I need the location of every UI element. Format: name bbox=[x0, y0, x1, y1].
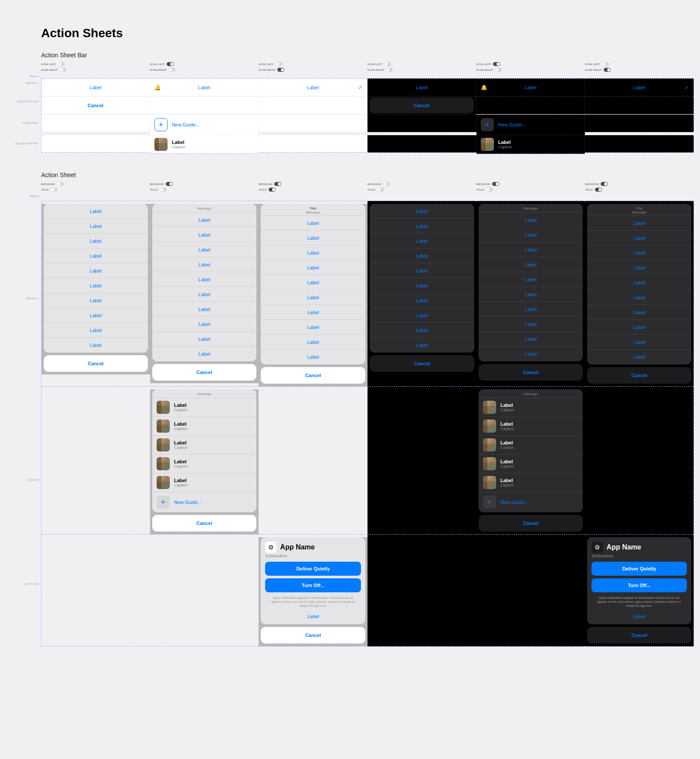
toggle-icon-left[interactable]: ICON LEFT bbox=[476, 61, 585, 67]
cancel-button[interactable]: Cancel bbox=[261, 367, 365, 384]
action-sheet-item[interactable]: Label bbox=[370, 278, 474, 293]
action-sheet-item[interactable]: Label bbox=[261, 290, 365, 305]
action-sheet-item[interactable]: Label bbox=[479, 332, 583, 346]
action-sheet-item[interactable]: Label bbox=[152, 332, 257, 346]
toggle-title[interactable]: TITLE bbox=[259, 187, 368, 192]
action-sheet-item[interactable]: Label bbox=[44, 219, 148, 234]
bar-default-4[interactable]: Label bbox=[368, 78, 476, 97]
action-sheet-item[interactable]: Label bbox=[152, 213, 257, 227]
action-sheet-item[interactable]: Label bbox=[44, 204, 148, 219]
action-sheet-item[interactable]: Label bbox=[370, 338, 474, 353]
action-sheet-item[interactable]: Label bbox=[370, 308, 474, 323]
cancel-button[interactable]: Cancel bbox=[370, 355, 474, 372]
toggle-title[interactable]: TITLE bbox=[150, 187, 259, 192]
action-sheet-item[interactable]: Label bbox=[261, 320, 365, 335]
toggle-icon-right[interactable]: ICON RIGHT bbox=[585, 67, 694, 73]
guide-item[interactable]: LabelCaption bbox=[479, 436, 583, 455]
cancel-button[interactable]: Cancel bbox=[587, 367, 691, 384]
label-link[interactable]: Label bbox=[265, 611, 361, 620]
action-sheet-item[interactable]: Label bbox=[44, 278, 148, 293]
action-sheet-item[interactable]: Label bbox=[587, 290, 691, 305]
action-sheet-item[interactable]: Label bbox=[370, 323, 474, 338]
guide-item[interactable]: LabelCaption bbox=[479, 417, 583, 436]
action-sheet-item[interactable]: Label bbox=[370, 263, 474, 278]
guide-item[interactable]: LabelCaption bbox=[152, 455, 257, 473]
action-sheet-item[interactable]: Label bbox=[44, 234, 148, 248]
action-sheet-item[interactable]: Label bbox=[44, 308, 148, 323]
bar-default-2[interactable]: 🔔Label bbox=[150, 78, 259, 97]
action-sheet-item[interactable]: Label bbox=[152, 227, 257, 242]
toggle-icon-left[interactable]: ICON LEFT bbox=[368, 61, 476, 67]
guide-item[interactable]: LabelCaption bbox=[479, 398, 583, 417]
bar-default-3[interactable]: Label✓ bbox=[259, 78, 368, 97]
guide-existing-row[interactable]: LabelCaption bbox=[150, 135, 259, 154]
action-sheet-item[interactable]: Label bbox=[261, 305, 365, 320]
action-sheet-item[interactable]: Label bbox=[152, 287, 257, 302]
toggle-message[interactable]: MESSAGE bbox=[259, 181, 368, 187]
action-sheet-item[interactable]: Label bbox=[587, 216, 691, 231]
action-sheet-item[interactable]: Label bbox=[261, 245, 365, 260]
action-sheet-item[interactable]: Label bbox=[587, 245, 691, 260]
action-sheet-item[interactable]: Label bbox=[479, 213, 583, 227]
toggle-icon-right[interactable]: ICON RIGHT bbox=[476, 67, 585, 73]
action-sheet-item[interactable]: Label bbox=[479, 302, 583, 317]
deliver-quietly-button[interactable]: Deliver Quietly bbox=[265, 562, 361, 576]
toggle-icon-left[interactable]: ICON LEFT bbox=[259, 61, 368, 67]
toggle-title[interactable]: TITLE bbox=[476, 187, 585, 192]
toggle-message[interactable]: MESSAGE bbox=[476, 181, 585, 187]
action-sheet-item[interactable]: Label bbox=[370, 234, 474, 248]
cancel-button[interactable]: Cancel bbox=[587, 627, 691, 644]
cancel-button[interactable]: Cancel bbox=[42, 98, 150, 113]
action-sheet-item[interactable]: Label bbox=[479, 317, 583, 332]
action-sheet-item[interactable]: Label bbox=[479, 287, 583, 302]
action-sheet-item[interactable]: Label bbox=[370, 248, 474, 263]
guide-new-row[interactable]: +New Guide... bbox=[152, 492, 257, 512]
action-sheet-item[interactable]: Label bbox=[152, 272, 257, 287]
guide-existing-row[interactable]: LabelCaption bbox=[476, 135, 585, 154]
action-sheet-item[interactable]: Label bbox=[587, 335, 691, 350]
guide-new-row[interactable]: +New Guide... bbox=[479, 492, 583, 512]
cancel-button[interactable]: Cancel bbox=[152, 364, 257, 381]
action-sheet-item[interactable]: Label bbox=[261, 350, 365, 364]
action-sheet-item[interactable]: Label bbox=[44, 248, 148, 263]
toggle-icon-left[interactable]: ICON LEFT bbox=[150, 61, 259, 67]
action-sheet-item[interactable]: Label bbox=[152, 302, 257, 317]
turn-off-button[interactable]: Turn Off... bbox=[592, 578, 687, 592]
action-sheet-item[interactable]: Label bbox=[479, 272, 583, 287]
toggle-icon-right[interactable]: ICON RIGHT bbox=[150, 67, 259, 73]
turn-off-button[interactable]: Turn Off... bbox=[265, 578, 361, 592]
toggle-message[interactable]: MESSAGE bbox=[585, 181, 694, 187]
toggle-title[interactable]: TITLE bbox=[41, 187, 150, 192]
action-sheet-item[interactable]: Label bbox=[587, 260, 691, 275]
guide-new-row[interactable]: +New Guide... bbox=[476, 115, 585, 135]
action-sheet-item[interactable]: Label bbox=[44, 293, 148, 308]
action-sheet-item[interactable]: Label bbox=[587, 275, 691, 290]
action-sheet-item[interactable]: Label bbox=[44, 338, 148, 353]
toggle-icon-right[interactable]: ICON RIGHT bbox=[368, 67, 476, 73]
guide-item[interactable]: LabelCaption bbox=[479, 455, 583, 473]
action-sheet-item[interactable]: Label bbox=[261, 335, 365, 350]
deliver-quietly-button[interactable]: Deliver Quietly bbox=[592, 562, 687, 576]
action-sheet-item[interactable]: Label bbox=[152, 317, 257, 332]
cancel-button[interactable]: Cancel bbox=[152, 515, 257, 532]
action-sheet-item[interactable]: Label bbox=[261, 231, 365, 245]
toggle-title[interactable]: TITLE bbox=[368, 187, 476, 192]
action-sheet-item[interactable]: Label bbox=[370, 293, 474, 308]
guide-item[interactable]: LabelCaption bbox=[152, 436, 257, 455]
bar-default-5[interactable]: 🔔Label bbox=[476, 78, 585, 97]
action-sheet-item[interactable]: Label bbox=[587, 350, 691, 364]
action-sheet-item[interactable]: Label bbox=[479, 227, 583, 242]
action-sheet-item[interactable]: Label bbox=[587, 320, 691, 335]
toggle-message[interactable]: MESSAGE bbox=[41, 181, 150, 187]
bar-default-6[interactable]: Label✓ bbox=[585, 78, 694, 97]
action-sheet-item[interactable]: Label bbox=[44, 323, 148, 338]
action-sheet-item[interactable]: Label bbox=[370, 219, 474, 234]
action-sheet-item[interactable]: Label bbox=[587, 305, 691, 320]
action-sheet-item[interactable]: Label bbox=[152, 242, 257, 257]
cancel-button[interactable]: Cancel bbox=[44, 355, 148, 372]
action-sheet-item[interactable]: Label bbox=[587, 231, 691, 245]
bar-default-1[interactable]: Label bbox=[41, 78, 150, 97]
guide-new-row[interactable]: +New Guide... bbox=[150, 115, 259, 135]
cancel-button[interactable]: Cancel bbox=[370, 98, 474, 113]
action-sheet-item[interactable]: Label bbox=[479, 242, 583, 257]
